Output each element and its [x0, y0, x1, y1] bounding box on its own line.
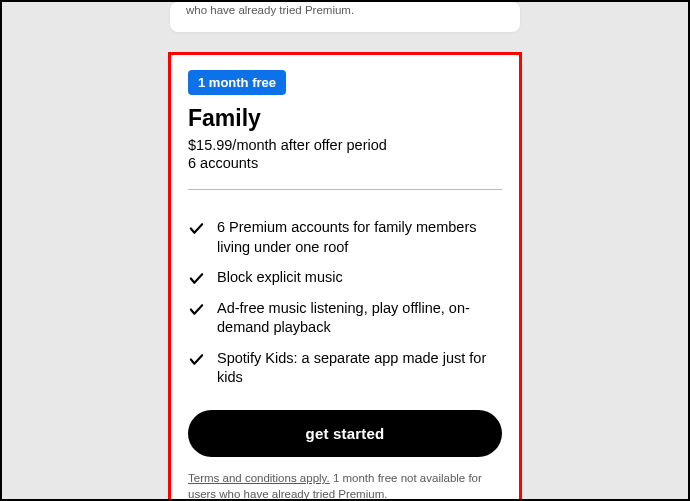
previous-plan-footnote: who have already tried Premium. — [186, 2, 504, 18]
promo-badge: 1 month free — [188, 70, 286, 95]
feature-list: 6 Premium accounts for family members li… — [188, 218, 502, 388]
feature-text: Ad-free music listening, play offline, o… — [217, 299, 502, 338]
feature-item: Ad-free music listening, play offline, o… — [188, 299, 502, 338]
get-started-button[interactable]: get started — [188, 410, 502, 457]
previous-plan-card-partial: who have already tried Premium. — [170, 2, 520, 32]
check-icon — [188, 220, 205, 237]
check-icon — [188, 301, 205, 318]
feature-text: Spotify Kids: a separate app made just f… — [217, 349, 502, 388]
divider — [188, 189, 502, 190]
check-icon — [188, 351, 205, 368]
plan-footnote: Terms and conditions apply. 1 month free… — [188, 470, 502, 501]
terms-link[interactable]: Terms and conditions apply. — [188, 472, 330, 484]
feature-text: Block explicit music — [217, 268, 343, 288]
plan-price: $15.99/month after offer period — [188, 137, 502, 153]
check-icon — [188, 270, 205, 287]
feature-item: Block explicit music — [188, 268, 502, 288]
feature-item: Spotify Kids: a separate app made just f… — [188, 349, 502, 388]
plan-title: Family — [188, 105, 502, 132]
feature-item: 6 Premium accounts for family members li… — [188, 218, 502, 257]
family-plan-card: 1 month free Family $15.99/month after o… — [170, 54, 520, 501]
plan-accounts: 6 accounts — [188, 155, 502, 171]
feature-text: 6 Premium accounts for family members li… — [217, 218, 502, 257]
